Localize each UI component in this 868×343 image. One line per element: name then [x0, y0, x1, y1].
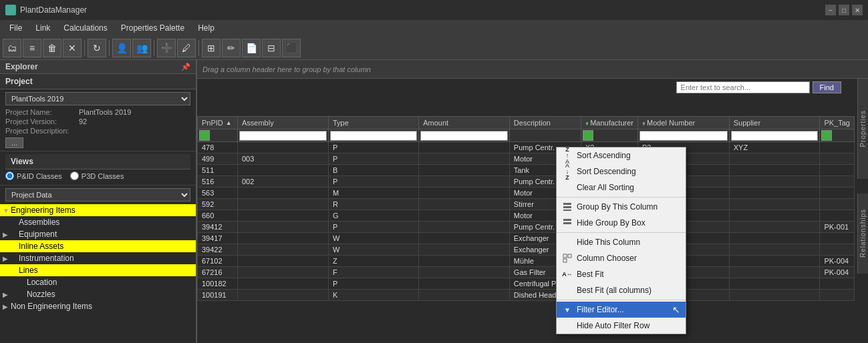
tree-item-engineering[interactable]: ▼ Engineering Items — [0, 204, 196, 216]
properties-tab[interactable]: Properties — [857, 79, 868, 179]
col-amount[interactable]: Amount — [419, 117, 510, 129]
radio-pid[interactable]: P&ID Classes — [5, 172, 62, 180]
toolbar-btn-6[interactable]: 👤 — [112, 39, 131, 57]
col-supplier[interactable]: Supplier — [729, 117, 820, 129]
ctx-group-by-column[interactable]: Group By This Column — [557, 199, 686, 215]
filter-input-type[interactable] — [330, 131, 417, 141]
filter-input-assembly[interactable] — [239, 131, 327, 141]
toolbar-btn-10[interactable]: ⊞ — [202, 39, 221, 57]
ctx-best-fit-all[interactable]: Best Fit (all columns) — [557, 282, 686, 298]
col-pnpid[interactable]: PnPID ▲ — [198, 117, 238, 129]
filter-input-amount[interactable] — [420, 131, 508, 141]
table-row[interactable]: 39417WExchangerX2 — [198, 233, 855, 244]
ctx-hide-group-box[interactable]: Hide Group By Box — [557, 215, 686, 231]
filter-pktag — [820, 129, 855, 142]
col-type[interactable]: Type — [328, 117, 418, 129]
tree-label-instrumentation: Instrumentation — [19, 254, 74, 263]
ctx-best-fit[interactable]: A↔ Best Fit — [557, 266, 686, 282]
find-button[interactable]: Find — [813, 81, 841, 93]
svg-rect-1 — [563, 206, 571, 208]
ctx-hide-column[interactable]: Hide This Column — [557, 234, 686, 250]
filter-input-model[interactable] — [639, 131, 728, 141]
toolbar-btn-3[interactable]: 🗑 — [43, 39, 61, 57]
tree-item-nozzles[interactable]: ▶ Nozzles — [0, 288, 196, 300]
ctx-clear-sorting[interactable]: Clear All Sorting — [557, 180, 686, 196]
ctx-column-chooser[interactable]: Column Chooser — [557, 250, 686, 266]
filter-green-pktag[interactable] — [821, 130, 832, 141]
filter-green-mfg[interactable] — [583, 130, 593, 141]
ctx-filter-editor[interactable]: ▼ Filter Editor... ↖ — [557, 302, 686, 318]
project-desc-row: Project Description: — [5, 127, 190, 135]
tree-container[interactable]: ▼ Engineering Items Assemblies ▶ Equipme… — [0, 204, 196, 343]
project-info: PlantTools 2019 Project Name: PlantTools… — [0, 89, 196, 151]
close-button[interactable]: ✕ — [852, 5, 863, 15]
table-row[interactable]: 39422WExchangerX2 — [198, 244, 855, 256]
tree-item-instrumentation[interactable]: ▶ Instrumentation — [0, 252, 196, 264]
table-row[interactable]: 660GMotorX2 — [198, 210, 855, 222]
grid-wrapper[interactable]: PnPID ▲ Assembly Type Amount Description… — [197, 116, 868, 343]
table-row[interactable]: 67102ZMühleX2PK-004 — [198, 256, 855, 267]
table-row[interactable]: 100191KDished Heads Ve...X1P1 — [198, 290, 855, 301]
menu-file[interactable]: File — [3, 22, 29, 34]
radio-p3d-input[interactable] — [70, 172, 79, 180]
table-row[interactable]: 100182PCentrifugal PumpAPVP3 — [198, 278, 855, 290]
table-row[interactable]: 39412PPump Centr.X2P2PK-001 — [198, 222, 855, 233]
relationships-tab[interactable]: Relationships — [857, 194, 868, 274]
toolbar-btn-4[interactable]: ✕ — [63, 39, 82, 57]
search-input[interactable] — [676, 81, 810, 93]
tree-item-inline[interactable]: Inline Assets — [0, 240, 196, 252]
ctx-sort-ascending[interactable]: Z↑A Sort Ascending — [557, 147, 686, 163]
tree-label-nozzles: Nozzles — [27, 290, 55, 299]
col-pk-tag[interactable]: PK_Tag — [820, 117, 855, 129]
view-select-dropdown[interactable]: Project Data — [5, 188, 190, 202]
toolbar-btn-1[interactable]: 🗂 — [3, 39, 21, 57]
menu-properties-palette[interactable]: Properties Palette — [114, 22, 191, 34]
tree-item-lines[interactable]: Lines — [0, 264, 196, 276]
tree-item-equipment[interactable]: ▶ Equipment — [0, 228, 196, 240]
menu-help[interactable]: Help — [191, 22, 221, 34]
toolbar-btn-7[interactable]: 👥 — [132, 39, 151, 57]
toolbar-btn-9[interactable]: 🖊 — [177, 39, 196, 57]
menu-calculations[interactable]: Calculations — [57, 22, 114, 34]
project-select[interactable]: PlantTools 2019 — [5, 92, 190, 105]
table-row[interactable]: 67216FGas FilterACME3P4PK-004 — [198, 267, 855, 278]
ctx-sort-descending[interactable]: A↓Z Sort Descending — [557, 163, 686, 180]
table-row[interactable]: 478PPump Centr.X2P2XYZ — [198, 142, 855, 153]
minimize-button[interactable]: − — [825, 5, 836, 15]
table-row[interactable]: 516002PPump Centr.X2 — [198, 176, 855, 188]
toolbar-btn-8[interactable]: ➕ — [157, 39, 176, 57]
tree-item-assemblies[interactable]: Assemblies — [0, 216, 196, 228]
pin-icon[interactable]: 📌 — [181, 63, 190, 71]
project-desc-button[interactable]: ... — [5, 137, 23, 148]
filter-input-supplier[interactable] — [731, 131, 819, 141]
radio-p3d[interactable]: P3D Classes — [70, 172, 124, 180]
toolbar-btn-14[interactable]: ⬛ — [282, 39, 301, 57]
svg-rect-3 — [563, 219, 571, 221]
col-manufacturer[interactable]: ♦ Manufacturer — [581, 117, 638, 129]
filter-green-pnpid[interactable] — [199, 130, 210, 141]
col-assembly[interactable]: Assembly — [238, 117, 329, 129]
table-row[interactable]: 563MMotorX2 — [198, 188, 855, 199]
col-model-number[interactable]: ♦ Model Number — [637, 117, 729, 129]
toolbar-btn-13[interactable]: ⊟ — [262, 39, 281, 57]
radio-pid-input[interactable] — [5, 172, 14, 180]
manufacturer-icon: ♦ — [585, 119, 589, 127]
table-row[interactable]: 511BTankX2 — [198, 165, 855, 176]
menu-link[interactable]: Link — [29, 22, 57, 34]
toolbar-btn-2[interactable]: ≡ — [23, 39, 41, 57]
tree-label-equipment: Equipment — [19, 230, 57, 239]
table-row[interactable]: 592RStirrerX2 — [198, 199, 855, 210]
project-desc-label: Project Description: — [5, 127, 79, 135]
toolbar-btn-12[interactable]: 📄 — [242, 39, 261, 57]
tree-item-nonengineering[interactable]: ▶ Non Engineering Items — [0, 300, 196, 312]
filter-type — [328, 129, 418, 142]
table-row[interactable]: 499003PMotorX2 — [198, 153, 855, 165]
ctx-hide-filter-row[interactable]: Hide Auto Filter Row — [557, 318, 686, 334]
maximize-button[interactable]: □ — [839, 5, 849, 15]
toolbar-btn-5[interactable]: ↻ — [88, 39, 106, 57]
ctx-clear-sorting-label: Clear All Sorting — [577, 183, 680, 192]
toolbar-btn-11[interactable]: ✏ — [222, 39, 241, 57]
tree-item-location[interactable]: Location — [0, 276, 196, 288]
best-fit-icon: A↔ — [562, 269, 573, 280]
col-description[interactable]: Description — [509, 117, 581, 129]
